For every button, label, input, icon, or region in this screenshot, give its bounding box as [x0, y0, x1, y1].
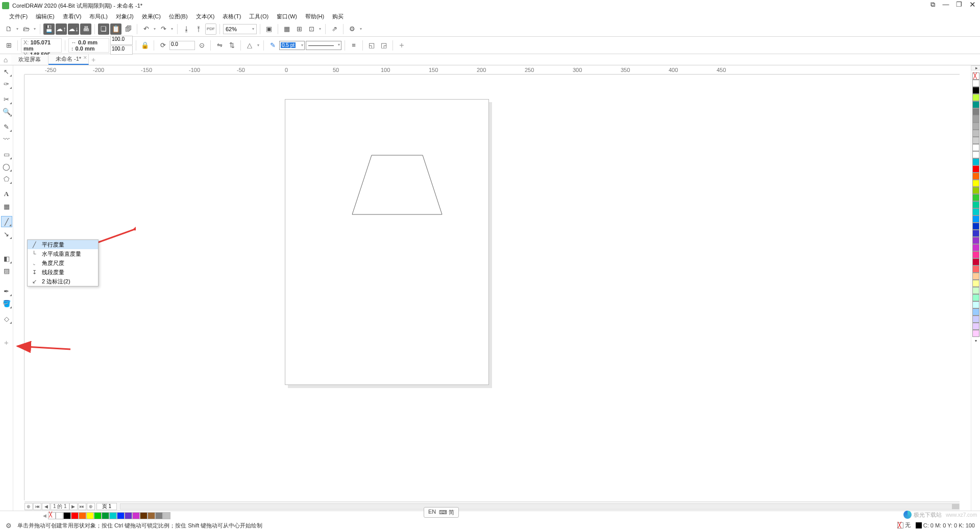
doc-swatch[interactable] [148, 512, 155, 519]
tab-welcome[interactable]: 欢迎屏幕 [11, 55, 48, 64]
outline-indicator[interactable]: C: 0 M: 0 Y: 0 K: 100 [916, 522, 975, 528]
undo-button[interactable]: ↶ [140, 23, 152, 35]
snap-options-button[interactable]: △ [244, 40, 255, 51]
flyout-item[interactable]: └水平或垂直度量 [28, 249, 98, 258]
import-button[interactable]: ⭳ [181, 23, 192, 35]
page-add-after-button[interactable]: ⊕ [87, 503, 95, 510]
color-swatch[interactable] [972, 144, 979, 151]
color-swatch[interactable] [972, 301, 979, 308]
lock-ratio-button[interactable]: 🔒 [139, 40, 151, 51]
color-swatch[interactable] [972, 208, 979, 215]
color-swatch[interactable] [972, 187, 979, 194]
page-last-button[interactable]: ⏭ [78, 503, 86, 510]
clipboard-button[interactable]: 🗐 [122, 23, 134, 35]
menu-item[interactable]: 查看(V) [59, 12, 86, 21]
rotation-input[interactable]: 0.0 [169, 41, 195, 50]
color-swatch[interactable] [972, 251, 979, 258]
page-first-button[interactable]: ⏮ [33, 503, 41, 510]
eyedropper-tool[interactable]: ✒ [1, 285, 12, 297]
flyout-item[interactable]: ↧线段度量 [28, 268, 98, 277]
new-doc-button[interactable]: 🗋 [3, 23, 14, 35]
doc-swatch[interactable] [132, 512, 140, 519]
ime-indicator[interactable]: EN⌨ 简 [424, 507, 459, 518]
cloud-down-button[interactable]: ☁↓ [68, 23, 79, 35]
color-swatch[interactable] [972, 266, 979, 273]
page-prev-button[interactable]: ◀ [42, 503, 50, 510]
presets-icon[interactable]: ⊞ [3, 40, 14, 51]
menu-item[interactable]: 位图(B) [165, 12, 192, 21]
page-next-button[interactable]: ▶ [69, 503, 78, 510]
menu-item[interactable]: 购买 [328, 12, 348, 21]
grid-toggle-button[interactable]: ▦ [281, 23, 292, 35]
save-button[interactable]: 💾 [43, 23, 55, 35]
fill-indicator[interactable]: ╳无 [897, 521, 911, 529]
front-of-layer-button[interactable]: ◱ [366, 40, 377, 51]
doc-swatch[interactable] [102, 512, 109, 519]
ruler-horizontal[interactable]: -250-200-150-100-50050100150200250300350… [24, 65, 960, 75]
menu-item[interactable]: 编辑(E) [32, 12, 59, 21]
cloud-up-button[interactable]: ☁↑ [56, 23, 67, 35]
artistic-media-tool[interactable]: 〰 [1, 133, 12, 144]
outline-style-select[interactable]: ▾ [306, 41, 341, 50]
popout-icon[interactable]: ⧉ [928, 1, 937, 9]
trapezoid-shape[interactable] [351, 154, 443, 215]
zoom-input[interactable]: 62%▾ [223, 24, 257, 34]
menu-item[interactable]: 对象(J) [112, 12, 138, 21]
color-swatch[interactable] [972, 123, 979, 130]
color-swatch[interactable] [972, 115, 979, 123]
doc-swatch[interactable] [71, 512, 79, 519]
snap-button[interactable]: ⊡ [306, 23, 317, 35]
menu-item[interactable]: 布局(L) [85, 12, 111, 21]
minimize-button[interactable]: — [941, 1, 950, 9]
ellipse-tool[interactable]: ◯ [1, 161, 12, 172]
flyout-item[interactable]: ↙2 边标注(2) [28, 277, 98, 286]
maximize-button[interactable]: ❐ [954, 1, 964, 9]
add-tab-button[interactable]: + [89, 56, 98, 64]
palette-down-button[interactable]: ▾ [970, 337, 981, 344]
palette-left-button[interactable]: ◀ [41, 513, 48, 518]
export-button[interactable]: ⭱ [193, 23, 204, 35]
transparency-tool[interactable]: ▨ [1, 265, 12, 276]
rotate-center-button[interactable]: ⊙ [196, 40, 207, 51]
color-swatch[interactable] [972, 223, 979, 230]
drop-shadow-tool[interactable]: ◧ [1, 253, 12, 264]
color-swatch[interactable] [972, 316, 979, 323]
nofill-swatch-bottom[interactable]: ╳ [48, 512, 56, 519]
doc-swatch[interactable] [94, 512, 102, 519]
rectangle-tool[interactable]: ▭ [1, 149, 12, 160]
color-swatch[interactable] [972, 230, 979, 237]
color-swatch[interactable] [972, 294, 979, 301]
text-tool[interactable]: A [1, 188, 12, 200]
doc-swatch[interactable] [140, 512, 148, 519]
mirror-h-button[interactable]: ⇋ [214, 40, 225, 51]
print-button[interactable]: 🖶 [80, 23, 91, 35]
fill-tool[interactable]: 🪣 [1, 298, 12, 309]
color-swatch[interactable] [972, 244, 979, 251]
doc-swatch[interactable] [63, 512, 71, 519]
connector-tool[interactable]: ↘ [1, 228, 12, 239]
launch-button[interactable]: ⇗ [329, 23, 340, 35]
color-swatch[interactable] [972, 308, 979, 316]
color-swatch[interactable] [972, 165, 979, 173]
page-add-button[interactable]: ⊕ [24, 503, 33, 510]
guides-toggle-button[interactable]: ⊞ [293, 23, 305, 35]
scale-x-input[interactable]: 100.0 [110, 36, 133, 45]
wrap-text-button[interactable]: ≡ [348, 40, 359, 51]
crop-tool[interactable]: ✂ [1, 93, 12, 105]
back-of-layer-button[interactable]: ◲ [378, 40, 389, 51]
doc-swatch[interactable] [117, 512, 125, 519]
color-swatch[interactable] [972, 180, 979, 187]
color-swatch[interactable] [972, 287, 979, 294]
doc-swatch[interactable] [79, 512, 86, 519]
menu-item[interactable]: 表格(T) [218, 12, 245, 21]
docker-toggle-1[interactable]: ▸ [971, 65, 980, 70]
drawing-canvas[interactable] [24, 75, 960, 500]
hint-options-icon[interactable]: ⚙ [4, 522, 13, 529]
open-button[interactable]: 🗁 [20, 23, 32, 35]
close-button[interactable]: ✕ [968, 1, 977, 9]
doc-swatch[interactable] [163, 512, 170, 519]
color-swatch[interactable] [972, 137, 979, 144]
menu-item[interactable]: 效果(C) [138, 12, 165, 21]
add-preset-button[interactable]: + [396, 40, 407, 51]
color-swatch[interactable] [972, 330, 979, 337]
